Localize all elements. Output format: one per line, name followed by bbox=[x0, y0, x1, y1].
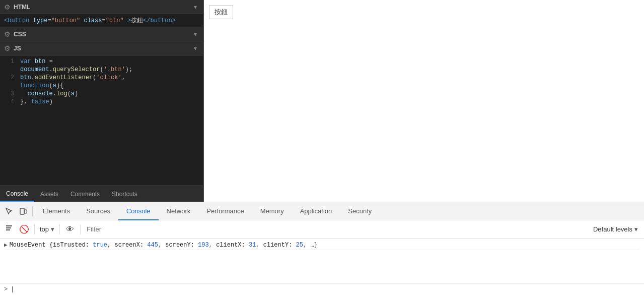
html-collapse-button[interactable]: ▾ bbox=[192, 3, 199, 12]
devtools-tab-security[interactable]: Security bbox=[340, 202, 380, 220]
filter-sep-2 bbox=[59, 224, 60, 234]
css-gear-icon: ⚙ bbox=[4, 30, 11, 38]
devtools-panel: Elements Sources Console Network Perform… bbox=[0, 202, 644, 295]
css-collapse-button[interactable]: ▾ bbox=[192, 30, 199, 39]
js-code-area: 1 var btn = document.querySelector('.btn… bbox=[0, 55, 203, 186]
js-section-header: ⚙ JS ▾ bbox=[0, 41, 203, 55]
svg-rect-2 bbox=[6, 225, 12, 226]
console-entry-text: MouseEvent {isTrusted: true, screenX: 44… bbox=[10, 242, 318, 249]
css-section-header: ⚙ CSS ▾ bbox=[0, 27, 203, 41]
js-line-3: 3 console.log(a) bbox=[0, 90, 203, 98]
js-line-4: 4 }, false) bbox=[0, 98, 203, 106]
device-toolbar-button[interactable] bbox=[16, 205, 30, 217]
right-panel: 按鈕 bbox=[204, 0, 644, 202]
js-section: ⚙ JS ▾ 1 var btn = document.querySelecto… bbox=[0, 41, 203, 186]
css-section-title: CSS bbox=[14, 31, 26, 38]
html-code-area: <button type="button" class="btn" >按鈕</b… bbox=[0, 14, 203, 27]
devtools-tab-application[interactable]: Application bbox=[292, 202, 340, 220]
js-collapse-button[interactable]: ▾ bbox=[192, 44, 199, 53]
main-layout: ⚙ HTML ▾ <button type="button" class="bt… bbox=[0, 0, 644, 295]
svg-rect-4 bbox=[6, 229, 10, 230]
devtools-filter-bar: 🚫 top ▾ 👁 Default levels ▾ bbox=[0, 220, 644, 239]
html-gear-icon: ⚙ bbox=[4, 3, 11, 11]
html-section-title: HTML bbox=[14, 4, 30, 11]
svg-rect-3 bbox=[6, 227, 11, 228]
preview-area: 按鈕 bbox=[204, 0, 644, 202]
html-tag-open: <button bbox=[4, 17, 29, 24]
devtools-tab-memory[interactable]: Memory bbox=[252, 202, 292, 220]
html-attr-type-name: type bbox=[33, 17, 48, 24]
tab-shortcuts[interactable]: Shortcuts bbox=[106, 186, 144, 202]
inspect-element-button[interactable] bbox=[2, 205, 16, 217]
devtools-tab-elements[interactable]: Elements bbox=[35, 202, 78, 220]
js-line-2b: function(a){ bbox=[0, 82, 203, 90]
console-cursor: | bbox=[11, 286, 14, 293]
svg-rect-1 bbox=[25, 210, 27, 213]
html-section: ⚙ HTML ▾ <button type="button" class="bt… bbox=[0, 0, 203, 27]
levels-chevron-icon: ▾ bbox=[634, 225, 638, 233]
tab-comments[interactable]: Comments bbox=[64, 186, 106, 202]
console-entry: ▶ MouseEvent {isTrusted: true, screenX: … bbox=[4, 241, 640, 250]
ban-button[interactable]: 🚫 bbox=[16, 222, 32, 236]
left-bottom-tabs: Console Assets Comments Shortcuts bbox=[0, 186, 203, 202]
eye-button[interactable]: 👁 bbox=[62, 223, 78, 236]
tab-console[interactable]: Console bbox=[0, 186, 34, 202]
console-output: ▶ MouseEvent {isTrusted: true, screenX: … bbox=[0, 239, 644, 283]
filter-sep-3 bbox=[80, 224, 81, 234]
html-attr-class-name: class bbox=[84, 17, 102, 24]
expand-arrow[interactable]: ▶ bbox=[4, 242, 8, 248]
svg-rect-0 bbox=[20, 208, 24, 214]
toolbar-separator bbox=[32, 206, 33, 216]
preview-button[interactable]: 按鈕 bbox=[209, 5, 233, 19]
devtools-tab-performance[interactable]: Performance bbox=[198, 202, 252, 220]
filter-sep-1 bbox=[34, 224, 35, 234]
js-gear-icon: ⚙ bbox=[4, 44, 11, 52]
left-panel: ⚙ HTML ▾ <button type="button" class="bt… bbox=[0, 0, 204, 202]
js-line-1: 1 var btn = bbox=[0, 57, 203, 66]
console-input-line: > | bbox=[0, 283, 644, 295]
html-section-header: ⚙ HTML ▾ bbox=[0, 0, 203, 14]
devtools-tab-console[interactable]: Console bbox=[118, 202, 159, 220]
context-chevron-icon: ▾ bbox=[51, 225, 54, 233]
devtools-tab-sources[interactable]: Sources bbox=[78, 202, 118, 220]
js-line-1b: document.querySelector('.btn'); bbox=[0, 66, 203, 74]
filter-input[interactable] bbox=[83, 223, 589, 235]
js-section-title: JS bbox=[14, 45, 21, 52]
devtools-tab-network[interactable]: Network bbox=[159, 202, 199, 220]
context-selector[interactable]: top ▾ bbox=[37, 223, 57, 235]
default-levels-button[interactable]: Default levels ▾ bbox=[589, 223, 642, 235]
devtools-toolbar: Elements Sources Console Network Perform… bbox=[0, 202, 644, 220]
clear-console-button[interactable] bbox=[2, 222, 16, 236]
devtools-tabs: Elements Sources Console Network Perform… bbox=[35, 202, 642, 220]
console-prompt: > bbox=[4, 286, 8, 293]
js-line-2: 2 btn.addEventListener('click', bbox=[0, 74, 203, 82]
tab-assets[interactable]: Assets bbox=[34, 186, 64, 202]
top-area: ⚙ HTML ▾ <button type="button" class="bt… bbox=[0, 0, 644, 202]
